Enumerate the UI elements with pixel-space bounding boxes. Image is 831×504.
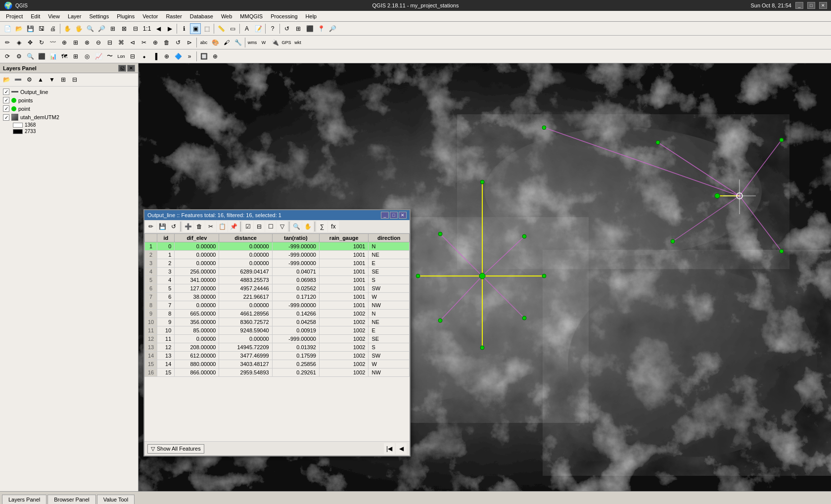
- menu-edit[interactable]: Edit: [27, 12, 44, 20]
- plugin-btn-14[interactable]: ▐: [150, 51, 161, 62]
- col-rownum[interactable]: [145, 234, 157, 242]
- zoom-extent-btn[interactable]: ⊞: [107, 23, 118, 34]
- move-btn[interactable]: ✥: [25, 37, 36, 48]
- help-btn[interactable]: ?: [267, 23, 278, 34]
- table-row[interactable]: 3 2 0.00000 0.00000 -999.00000 1001 E: [145, 259, 410, 268]
- simplify-btn[interactable]: 〰: [47, 37, 58, 48]
- plugin-btn-9[interactable]: 📈: [93, 51, 104, 62]
- add-ring-btn[interactable]: ⊕: [59, 37, 70, 48]
- table-row[interactable]: 1 0 0.00000 0.00000 -999.00000 1001 N: [145, 242, 410, 251]
- layer-checkbox-output-line[interactable]: [3, 89, 9, 95]
- table-row[interactable]: 7 6 38.00000 221.96617 0.17120 1001 W: [145, 293, 410, 301]
- remove-layer-btn[interactable]: ➖: [12, 74, 23, 85]
- merge-btn[interactable]: ⊕: [150, 37, 161, 48]
- menu-settings[interactable]: Settings: [85, 12, 113, 20]
- add-feature-btn[interactable]: ➕: [183, 221, 193, 232]
- panel-float-btn[interactable]: ◱: [118, 65, 126, 72]
- close-button[interactable]: ✕: [819, 2, 827, 9]
- plugin-btn-3[interactable]: 🔍: [25, 51, 36, 62]
- deselect-btn[interactable]: ⬚: [201, 23, 212, 34]
- plugin-btn-2[interactable]: ⚙: [13, 51, 24, 62]
- prev-row-btn[interactable]: ◀: [396, 443, 407, 454]
- deselect-all-btn[interactable]: ☐: [265, 221, 276, 232]
- add-part-btn[interactable]: ⊞: [70, 37, 81, 48]
- pan-to-select-btn[interactable]: ✋: [302, 221, 313, 232]
- print-btn[interactable]: 🖨: [47, 23, 58, 34]
- zoom-selected-btn[interactable]: ⊠: [119, 23, 130, 34]
- col-direction[interactable]: direction: [369, 234, 410, 242]
- identify-btn[interactable]: ℹ: [179, 23, 189, 34]
- plugin-btn-15[interactable]: ⊕: [161, 51, 172, 62]
- table-row[interactable]: 6 5 127.00000 4957.24446 0.02562 1001 SW: [145, 284, 410, 293]
- pan-btn[interactable]: ✋: [62, 23, 73, 34]
- wfs-btn[interactable]: W: [258, 37, 269, 48]
- plugin-btn-17[interactable]: »: [184, 51, 195, 62]
- rotate-btn[interactable]: ↻: [36, 37, 47, 48]
- measure-area-btn[interactable]: ▭: [227, 23, 238, 34]
- layer-checkbox-utah-dem[interactable]: [3, 114, 9, 121]
- pan-map-btn[interactable]: 🖐: [73, 23, 84, 34]
- col-tan-ratio[interactable]: tan(ratio): [272, 234, 319, 242]
- tab-browser-panel[interactable]: Browser Panel: [47, 495, 96, 504]
- delete-btn[interactable]: 🗑: [161, 37, 172, 48]
- minimize-button[interactable]: _: [795, 2, 803, 9]
- col-distance[interactable]: distance: [219, 234, 272, 242]
- coord-btn[interactable]: 📍: [316, 23, 326, 34]
- delete-part-btn[interactable]: ⊟: [104, 37, 115, 48]
- layer-item-points[interactable]: points: [1, 96, 137, 104]
- label-btn[interactable]: A: [241, 23, 252, 34]
- calc-field-btn[interactable]: ∑: [317, 221, 327, 232]
- first-row-btn[interactable]: |◀: [384, 443, 395, 454]
- refresh-btn[interactable]: ↺: [281, 23, 292, 34]
- field-calc-btn[interactable]: fx: [328, 221, 339, 232]
- cut-btn[interactable]: ✂: [205, 221, 216, 232]
- annotate-btn[interactable]: 📝: [253, 23, 264, 34]
- toggle-edit-btn[interactable]: ✏: [145, 221, 156, 232]
- node-btn[interactable]: ◈: [13, 37, 24, 48]
- menu-help[interactable]: Help: [302, 12, 321, 20]
- open-layer-btn[interactable]: 📂: [1, 74, 12, 85]
- zoom-layer-btn[interactable]: ⊟: [130, 23, 141, 34]
- plugin-btn-12[interactable]: ⊟: [127, 51, 138, 62]
- zoom-prev-btn[interactable]: ◀: [153, 23, 164, 34]
- layer-item-output-line[interactable]: Output_line: [1, 88, 137, 96]
- plugin-btn-8[interactable]: ◎: [82, 51, 92, 62]
- expand-all-btn[interactable]: ⊞: [58, 74, 69, 85]
- wkt-btn[interactable]: wkt: [292, 37, 303, 48]
- table-row[interactable]: 4 3 256.00000 6289.04147 0.04071 1001 SE: [145, 268, 410, 276]
- offset-curve-btn[interactable]: ⊳: [184, 37, 195, 48]
- map-canvas[interactable]: Output_line :: Features total: 16, filte…: [138, 63, 831, 491]
- zoom-out-btn[interactable]: 🔎: [96, 23, 107, 34]
- plugin-btn-19[interactable]: ⊕: [210, 51, 221, 62]
- invert-select-btn[interactable]: ⊟: [254, 221, 265, 232]
- measure-btn[interactable]: 📏: [216, 23, 227, 34]
- panel-close-btn[interactable]: ✕: [127, 65, 135, 72]
- layer-checkbox-points[interactable]: [3, 97, 9, 103]
- menu-project[interactable]: Project: [2, 12, 27, 20]
- reload-btn[interactable]: ↺: [168, 221, 179, 232]
- menu-processing[interactable]: Processing: [267, 12, 301, 20]
- col-dif-elev[interactable]: dif_elev: [175, 234, 219, 242]
- dialog-close-btn[interactable]: ✕: [399, 212, 407, 219]
- menu-vector[interactable]: Vector: [138, 12, 162, 20]
- open-project-btn[interactable]: 📂: [13, 23, 24, 34]
- dialog-restore-btn[interactable]: □: [390, 212, 398, 219]
- collapse-all-btn[interactable]: ⊟: [69, 74, 80, 85]
- menu-layer[interactable]: Layer: [64, 12, 86, 20]
- tile-btn[interactable]: ⊞: [293, 23, 304, 34]
- menu-database[interactable]: Database: [186, 12, 217, 20]
- table-row[interactable]: 16 15 866.00000 2959.54893 0.29261 1002 …: [145, 368, 410, 377]
- maximize-button[interactable]: □: [807, 2, 815, 9]
- table-row[interactable]: 13 12 208.00000 14945.72209 0.01392 1002…: [145, 343, 410, 352]
- delete-feature-btn[interactable]: 🗑: [194, 221, 205, 232]
- layer-checkbox-point[interactable]: [3, 105, 9, 112]
- render-btn[interactable]: ⬛: [304, 23, 315, 34]
- save-edits-btn[interactable]: 💾: [157, 221, 168, 232]
- table-row[interactable]: 9 8 665.00000 4661.28956 0.14266 1002 N: [145, 310, 410, 318]
- select-btn[interactable]: ▣: [190, 23, 201, 34]
- colormap-btn[interactable]: 🎨: [210, 37, 221, 48]
- save-project-btn[interactable]: 💾: [25, 23, 36, 34]
- table-row[interactable]: 2 1 0.00000 0.00000 -999.00000 1001 NE: [145, 251, 410, 259]
- show-all-features-btn[interactable]: ▽ Show All Features: [147, 444, 204, 454]
- menu-view[interactable]: View: [44, 12, 64, 20]
